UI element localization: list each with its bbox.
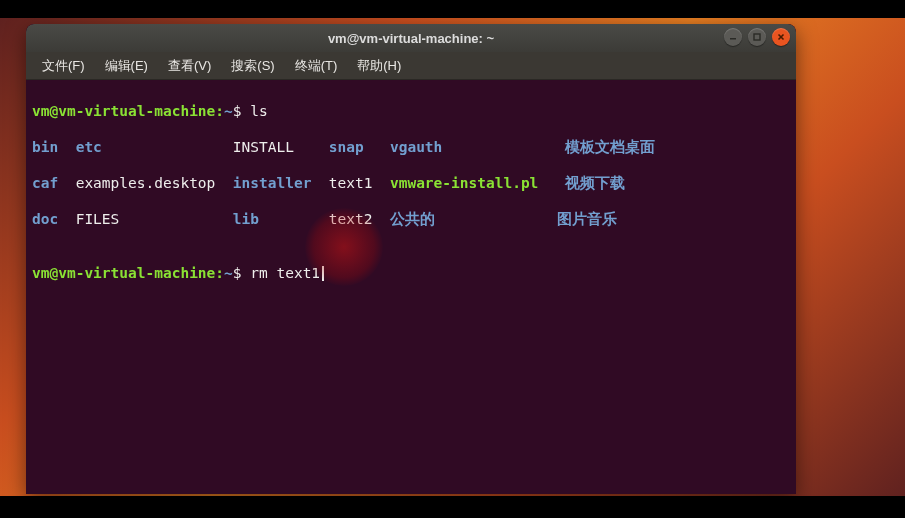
ls-entry: 桌面 bbox=[625, 138, 655, 156]
window-title: vm@vm-virtual-machine: ~ bbox=[328, 31, 494, 46]
window-controls bbox=[724, 28, 790, 46]
menu-terminal[interactable]: 终端(T) bbox=[287, 54, 346, 78]
terminal-line: vm@vm-virtual-machine:~$ ls bbox=[32, 102, 790, 120]
ls-entry: examples.desktop bbox=[76, 174, 233, 192]
maximize-icon bbox=[753, 33, 761, 41]
ls-entry: bin bbox=[32, 138, 76, 156]
prompt-path: ~ bbox=[224, 103, 233, 119]
ls-entry: installer bbox=[233, 174, 329, 192]
ls-entry: vgauth bbox=[390, 138, 565, 156]
ls-row: doc FILES lib text2 公共的 图片音乐 bbox=[32, 210, 790, 228]
prompt-symbol: $ bbox=[233, 265, 242, 281]
command-rm: rm text1 bbox=[250, 265, 320, 281]
ls-entry: FILES bbox=[76, 210, 233, 228]
ls-entry: 视频 bbox=[565, 174, 595, 192]
minimize-button[interactable] bbox=[724, 28, 742, 46]
menu-search[interactable]: 搜索(S) bbox=[223, 54, 282, 78]
command-ls: ls bbox=[250, 103, 267, 119]
close-button[interactable] bbox=[772, 28, 790, 46]
ls-entry: lib bbox=[233, 210, 329, 228]
ls-entry: 文档 bbox=[595, 138, 625, 156]
ls-entry: 公共的 bbox=[390, 210, 557, 228]
svg-rect-0 bbox=[730, 38, 736, 40]
menu-edit[interactable]: 编辑(E) bbox=[97, 54, 156, 78]
text-cursor bbox=[322, 266, 324, 281]
prompt-sep: : bbox=[215, 103, 224, 119]
ls-entry: text2 bbox=[329, 210, 390, 228]
close-icon bbox=[777, 33, 785, 41]
menu-view[interactable]: 查看(V) bbox=[160, 54, 219, 78]
terminal-line: vm@vm-virtual-machine:~$ rm text1 bbox=[32, 264, 790, 282]
menu-file[interactable]: 文件(F) bbox=[34, 54, 93, 78]
menu-help[interactable]: 帮助(H) bbox=[349, 54, 409, 78]
terminal-window: vm@vm-virtual-machine: ~ 文件(F) 编辑(E) 查看(… bbox=[26, 24, 796, 494]
frame-bottom bbox=[0, 496, 905, 518]
ls-entry: text1 bbox=[329, 174, 390, 192]
ls-entry: INSTALL bbox=[233, 138, 329, 156]
ls-row: bin etc INSTALL snap vgauth 模板文档桌面 bbox=[32, 138, 790, 156]
prompt-path: ~ bbox=[224, 265, 233, 281]
ls-entry: snap bbox=[329, 138, 390, 156]
svg-rect-1 bbox=[754, 34, 760, 40]
ls-entry: 音乐 bbox=[587, 210, 617, 228]
terminal-body[interactable]: vm@vm-virtual-machine:~$ ls bin etc INST… bbox=[26, 80, 796, 494]
menubar: 文件(F) 编辑(E) 查看(V) 搜索(S) 终端(T) 帮助(H) bbox=[26, 52, 796, 80]
maximize-button[interactable] bbox=[748, 28, 766, 46]
prompt-userhost: vm@vm-virtual-machine bbox=[32, 265, 215, 281]
prompt-sep: : bbox=[215, 265, 224, 281]
ls-entry: 图片 bbox=[557, 210, 587, 228]
ls-entry: caf bbox=[32, 174, 76, 192]
ls-row: caf examples.desktop installer text1 vmw… bbox=[32, 174, 790, 192]
ls-entry: 下载 bbox=[595, 174, 625, 192]
prompt-userhost: vm@vm-virtual-machine bbox=[32, 103, 215, 119]
ls-entry: 模板 bbox=[565, 138, 595, 156]
ls-entry: etc bbox=[76, 138, 233, 156]
ls-entry: doc bbox=[32, 210, 76, 228]
frame-top bbox=[0, 0, 905, 18]
prompt-symbol: $ bbox=[233, 103, 242, 119]
titlebar[interactable]: vm@vm-virtual-machine: ~ bbox=[26, 24, 796, 52]
ls-entry: vmware-install.pl bbox=[390, 174, 565, 192]
minimize-icon bbox=[729, 33, 737, 41]
